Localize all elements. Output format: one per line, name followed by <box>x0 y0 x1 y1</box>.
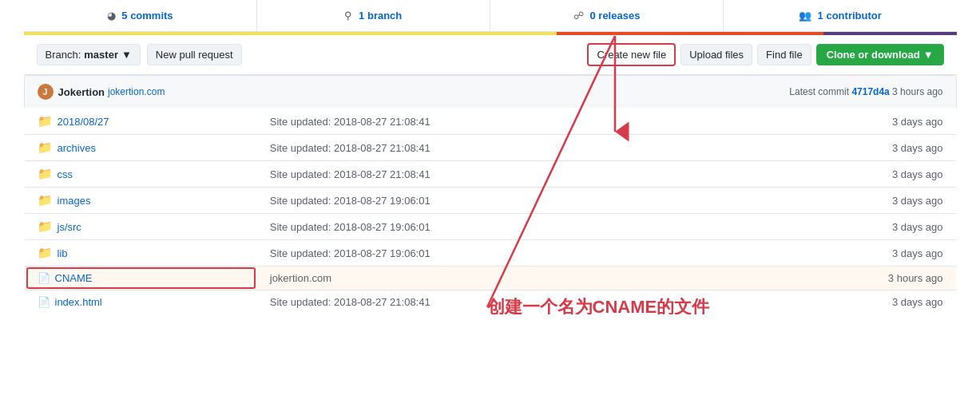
file-time: 3 days ago <box>770 161 956 188</box>
file-name-cell: 📄index.html <box>38 296 244 308</box>
table-row: 📁cssSite updated: 2018-08-27 21:08:413 d… <box>24 161 956 188</box>
file-name-link[interactable]: 2018/08/27 <box>58 116 109 128</box>
file-icon: 📄 <box>38 272 50 284</box>
file-name-cell: 📁js/src <box>38 219 244 234</box>
table-row: 📁libSite updated: 2018-08-27 19:06:013 d… <box>24 240 956 267</box>
commits-count: 5 <box>121 10 127 22</box>
file-name-link[interactable]: images <box>58 195 91 207</box>
commit-message: Site updated: 2018-08-27 19:06:01 <box>257 240 770 267</box>
toolbar-left: Branch: master ▼ New pull request <box>37 44 242 65</box>
lang-seg-2 <box>557 32 823 35</box>
clone-button-label: Clone or download <box>827 49 920 61</box>
file-list-container: 📁2018/08/27Site updated: 2018-08-27 21:0… <box>24 108 957 314</box>
branch-label: Branch: <box>46 49 81 61</box>
find-file-button[interactable]: Find file <box>757 44 811 65</box>
committer-link[interactable]: jokertion.com <box>108 86 165 97</box>
file-time: 3 days ago <box>770 240 956 267</box>
file-name-link[interactable]: lib <box>58 247 68 259</box>
commit-message-label: Latest commit <box>789 86 849 97</box>
avatar: J <box>38 84 54 100</box>
repo-toolbar: Branch: master ▼ New pull request Create… <box>24 35 957 75</box>
file-time: 3 days ago <box>770 214 956 240</box>
branch-name: master <box>84 49 118 61</box>
commits-link[interactable]: 5 commits <box>121 10 173 22</box>
file-name-cell: 📁lib <box>38 246 244 260</box>
lang-seg-3 <box>823 32 957 35</box>
upload-files-button[interactable]: Upload files <box>680 44 752 65</box>
releases-count: 0 <box>589 10 595 22</box>
branches-stat[interactable]: ⚲ 1 branch <box>257 0 490 31</box>
tag-icon: ☍ <box>573 10 584 22</box>
clone-dropdown-icon: ▼ <box>923 49 934 61</box>
commits-icon: ◕ <box>107 10 116 22</box>
file-name-cell: 📁images <box>38 193 244 207</box>
folder-icon: 📁 <box>38 140 53 155</box>
releases-label: releases <box>598 10 640 22</box>
branch-icon: ⚲ <box>344 10 352 22</box>
new-pull-request-button[interactable]: New pull request <box>147 44 242 65</box>
commit-message: Site updated: 2018-08-27 21:08:41 <box>257 109 770 135</box>
contributors-count: 1 <box>818 10 823 22</box>
branch-count: 1 <box>359 10 364 22</box>
lang-seg-1 <box>24 32 557 35</box>
create-new-file-button[interactable]: Create new file <box>587 43 676 66</box>
file-name-link[interactable]: js/src <box>58 221 81 233</box>
commit-message: jokertion.com <box>257 267 770 290</box>
language-bar <box>24 32 957 35</box>
table-row: 📄index.htmlSite updated: 2018-08-27 21:0… <box>24 290 956 314</box>
commit-message: Site updated: 2018-08-27 21:08:41 <box>257 161 770 188</box>
commit-message: Site updated: 2018-08-27 19:06:01 <box>257 188 770 214</box>
commit-hash-link[interactable]: 4717d4a <box>851 86 889 97</box>
committer-name: Jokertion <box>58 86 105 98</box>
table-row: 📁js/srcSite updated: 2018-08-27 19:06:01… <box>24 214 956 240</box>
table-row: 📁archivesSite updated: 2018-08-27 21:08:… <box>24 135 956 161</box>
file-table: 📁2018/08/27Site updated: 2018-08-27 21:0… <box>24 108 957 314</box>
folder-icon: 📁 <box>38 167 53 181</box>
folder-icon: 📁 <box>38 219 53 234</box>
commit-message: Site updated: 2018-08-27 19:06:01 <box>257 214 770 240</box>
commit-time: 3 hours ago <box>892 86 942 97</box>
releases-link[interactable]: 0 releases <box>589 10 640 22</box>
table-row: 📁2018/08/27Site updated: 2018-08-27 21:0… <box>24 109 956 135</box>
table-row: 📁imagesSite updated: 2018-08-27 19:06:01… <box>24 188 956 214</box>
commit-message: Site updated: 2018-08-27 21:08:41 <box>257 135 770 161</box>
stats-bar: ◕ 5 commits ⚲ 1 branch ☍ 0 releases 👥 1 <box>24 0 957 32</box>
folder-icon: 📁 <box>38 114 53 128</box>
file-name-link[interactable]: archives <box>58 142 96 154</box>
contributors-link[interactable]: 1 contributor <box>818 10 882 22</box>
clone-or-download-button[interactable]: Clone or download ▼ <box>816 44 944 65</box>
folder-icon: 📁 <box>38 193 53 207</box>
file-name-link[interactable]: index.html <box>55 296 102 308</box>
commit-message: Site updated: 2018-08-27 21:08:41 <box>257 290 770 314</box>
commit-hash-info: Latest commit 4717d4a 3 hours ago <box>789 86 942 97</box>
file-name-cell: 📁archives <box>38 140 244 155</box>
contributors-label: contributor <box>826 10 881 22</box>
file-time: 3 hours ago <box>770 267 956 290</box>
file-time: 3 days ago <box>770 188 956 214</box>
commits-stat[interactable]: ◕ 5 commits <box>24 0 257 31</box>
releases-stat[interactable]: ☍ 0 releases <box>490 0 724 31</box>
commit-info-header: J Jokertion jokertion.com Latest commit … <box>24 75 957 108</box>
file-name-link[interactable]: css <box>58 168 73 180</box>
toolbar-right: Create new file Upload files Find file C… <box>587 43 943 66</box>
table-row: 📄CNAMEjokertion.com3 hours ago <box>24 267 956 290</box>
file-time: 3 days ago <box>770 290 956 314</box>
file-name-cell: 📁2018/08/27 <box>38 114 244 128</box>
contributors-stat[interactable]: 👥 1 contributor <box>724 0 956 31</box>
file-icon: 📄 <box>38 296 50 308</box>
file-name-cell: 📁css <box>38 167 244 181</box>
file-name-link[interactable]: CNAME <box>55 272 93 284</box>
file-name-cell: 📄CNAME <box>38 272 244 284</box>
branch-link[interactable]: 1 branch <box>359 10 402 22</box>
file-time: 3 days ago <box>770 135 956 161</box>
folder-icon: 📁 <box>38 246 53 260</box>
branch-selector[interactable]: Branch: master ▼ <box>37 44 141 65</box>
dropdown-icon: ▼ <box>121 49 132 61</box>
contributors-icon: 👥 <box>799 10 811 22</box>
branch-label: branch <box>367 10 402 22</box>
commits-label: commits <box>130 10 173 22</box>
file-time: 3 days ago <box>770 109 956 135</box>
